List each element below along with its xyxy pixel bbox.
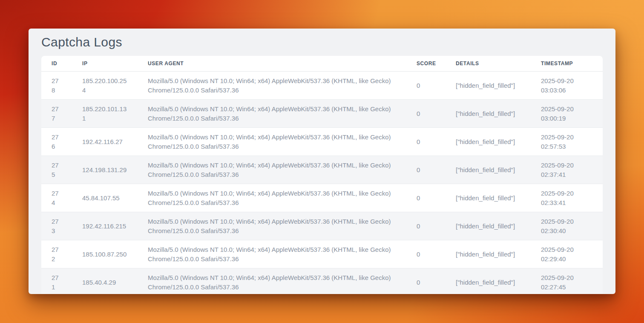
cell-details: ["hidden_field_filled"] <box>446 240 531 268</box>
cell-id: 275 <box>41 156 72 184</box>
cell-ip: 192.42.116.27 <box>72 128 138 156</box>
cell-details: ["hidden_field_filled"] <box>446 156 531 184</box>
cell-user-agent: Mozilla/5.0 (Windows NT 10.0; Win64; x64… <box>138 156 406 184</box>
cell-timestamp: 2025-09-20 02:30:40 <box>531 212 603 240</box>
cell-user-agent: Mozilla/5.0 (Windows NT 10.0; Win64; x64… <box>138 212 406 240</box>
cell-details: ["hidden_field_filled"] <box>446 128 531 156</box>
logs-table-body: 278 185.220.100.254 Mozilla/5.0 (Windows… <box>41 72 603 294</box>
table-row: 273 192.42.116.215 Mozilla/5.0 (Windows … <box>41 212 603 240</box>
cell-details: ["hidden_field_filled"] <box>446 268 531 294</box>
cell-score: 0 <box>406 184 446 212</box>
cell-details: ["hidden_field_filled"] <box>446 212 531 240</box>
cell-user-agent: Mozilla/5.0 (Windows NT 10.0; Win64; x64… <box>138 240 406 268</box>
logs-table: ID IP USER AGENT SCORE DETAILS TIMESTAMP… <box>41 56 603 294</box>
cell-ip: 185.100.87.250 <box>72 240 138 268</box>
header-row: ID IP USER AGENT SCORE DETAILS TIMESTAMP <box>41 56 603 72</box>
column-header-details: DETAILS <box>446 56 531 72</box>
captcha-logs-card: Captcha Logs ID IP USER AGENT SCORE DETA… <box>29 29 615 294</box>
cell-timestamp: 2025-09-20 02:33:41 <box>531 184 603 212</box>
cell-score: 0 <box>406 212 446 240</box>
table-row: 274 45.84.107.55 Mozilla/5.0 (Windows NT… <box>41 184 603 212</box>
logs-table-container: ID IP USER AGENT SCORE DETAILS TIMESTAMP… <box>41 56 603 294</box>
cell-user-agent: Mozilla/5.0 (Windows NT 10.0; Win64; x64… <box>138 184 406 212</box>
page-title: Captcha Logs <box>41 35 603 50</box>
cell-timestamp: 2025-09-20 02:29:40 <box>531 240 603 268</box>
column-header-timestamp: TIMESTAMP <box>531 56 603 72</box>
table-row: 277 185.220.101.131 Mozilla/5.0 (Windows… <box>41 100 603 128</box>
cell-ip: 124.198.131.29 <box>72 156 138 184</box>
cell-timestamp: 2025-09-20 02:57:53 <box>531 128 603 156</box>
column-header-score: SCORE <box>406 56 446 72</box>
cell-score: 0 <box>406 240 446 268</box>
cell-id: 278 <box>41 72 72 100</box>
cell-ip: 185.40.4.29 <box>72 268 138 294</box>
logs-table-header: ID IP USER AGENT SCORE DETAILS TIMESTAMP <box>41 56 603 72</box>
cell-user-agent: Mozilla/5.0 (Windows NT 10.0; Win64; x64… <box>138 128 406 156</box>
column-header-user-agent: USER AGENT <box>138 56 406 72</box>
table-row: 275 124.198.131.29 Mozilla/5.0 (Windows … <box>41 156 603 184</box>
cell-ip: 185.220.100.254 <box>72 72 138 100</box>
cell-details: ["hidden_field_filled"] <box>446 100 531 128</box>
cell-timestamp: 2025-09-20 03:00:19 <box>531 100 603 128</box>
cell-timestamp: 2025-09-20 02:37:41 <box>531 156 603 184</box>
table-row: 272 185.100.87.250 Mozilla/5.0 (Windows … <box>41 240 603 268</box>
table-row: 278 185.220.100.254 Mozilla/5.0 (Windows… <box>41 72 603 100</box>
cell-timestamp: 2025-09-20 02:27:45 <box>531 268 603 294</box>
cell-id: 276 <box>41 128 72 156</box>
column-header-ip: IP <box>72 56 138 72</box>
cell-score: 0 <box>406 156 446 184</box>
cell-id: 273 <box>41 212 72 240</box>
cell-user-agent: Mozilla/5.0 (Windows NT 10.0; Win64; x64… <box>138 268 406 294</box>
cell-id: 271 <box>41 268 72 294</box>
cell-user-agent: Mozilla/5.0 (Windows NT 10.0; Win64; x64… <box>138 72 406 100</box>
column-header-id: ID <box>41 56 72 72</box>
cell-id: 274 <box>41 184 72 212</box>
cell-ip: 45.84.107.55 <box>72 184 138 212</box>
cell-score: 0 <box>406 128 446 156</box>
table-row: 276 192.42.116.27 Mozilla/5.0 (Windows N… <box>41 128 603 156</box>
cell-id: 277 <box>41 100 72 128</box>
cell-ip: 192.42.116.215 <box>72 212 138 240</box>
cell-score: 0 <box>406 100 446 128</box>
cell-timestamp: 2025-09-20 03:03:06 <box>531 72 603 100</box>
cell-score: 0 <box>406 268 446 294</box>
cell-details: ["hidden_field_filled"] <box>446 72 531 100</box>
table-row: 271 185.40.4.29 Mozilla/5.0 (Windows NT … <box>41 268 603 294</box>
cell-ip: 185.220.101.131 <box>72 100 138 128</box>
cell-id: 272 <box>41 240 72 268</box>
cell-details: ["hidden_field_filled"] <box>446 184 531 212</box>
cell-user-agent: Mozilla/5.0 (Windows NT 10.0; Win64; x64… <box>138 100 406 128</box>
cell-score: 0 <box>406 72 446 100</box>
